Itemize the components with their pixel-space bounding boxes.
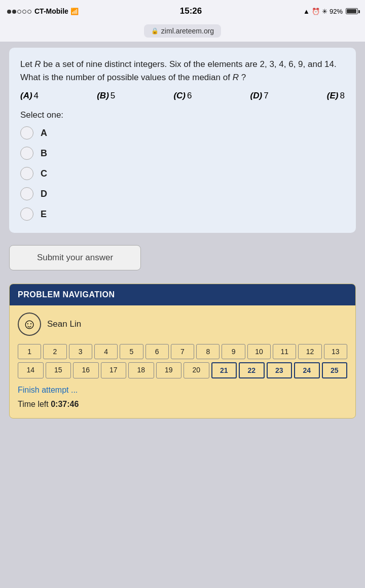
radio-e[interactable]: E <box>20 207 345 221</box>
nav-num-18[interactable]: 18 <box>128 362 154 378</box>
url-text: ziml.areteem.org <box>161 27 214 35</box>
status-right: ▲ ⏰ ✳ 92% <box>303 8 358 15</box>
bluetooth-icon: ✳ <box>322 8 327 15</box>
nav-num-3[interactable]: 3 <box>69 344 92 359</box>
username-label: Sean Lin <box>47 319 81 329</box>
nav-body: ☺ Sean Lin 1 2 3 4 5 6 7 8 9 10 11 12 13… <box>10 305 355 418</box>
lock-icon: 🔒 <box>151 27 159 34</box>
nav-num-24[interactable]: 24 <box>294 362 320 378</box>
radio-circle-c <box>20 167 33 180</box>
battery-percent: 92% <box>330 8 343 15</box>
nav-num-20[interactable]: 20 <box>184 362 209 378</box>
address-bar[interactable]: 🔒 ziml.areteem.org <box>144 24 221 38</box>
choice-d: (D) 7 <box>250 91 269 101</box>
main-content: Let R be a set of nine distinct integers… <box>0 42 365 425</box>
url-bar: 🔒 ziml.areteem.org <box>0 22 365 42</box>
nav-num-12[interactable]: 12 <box>298 344 321 359</box>
alarm-icon: ⏰ <box>312 8 320 15</box>
radio-circle-d <box>20 187 33 200</box>
nav-num-4[interactable]: 4 <box>94 344 118 359</box>
nav-header: PROBLEM NAVIGATION <box>10 284 355 305</box>
choice-c: (C) 6 <box>173 91 192 101</box>
carrier-label: CT-Mobile <box>34 7 68 15</box>
nav-num-25[interactable]: 25 <box>322 362 348 378</box>
question-box: Let R be a set of nine distinct integers… <box>9 48 356 233</box>
radio-a[interactable]: A <box>20 126 345 140</box>
nav-num-16[interactable]: 16 <box>73 362 99 378</box>
radio-c[interactable]: C <box>20 167 345 180</box>
radio-d[interactable]: D <box>20 187 345 200</box>
nav-num-22[interactable]: 22 <box>239 362 265 378</box>
choice-b: (B) 5 <box>97 91 115 101</box>
finish-attempt-link[interactable]: Finish attempt ... <box>18 386 347 395</box>
radio-circle-e <box>20 207 33 221</box>
location-icon: ▲ <box>303 8 310 15</box>
nav-num-9[interactable]: 9 <box>222 344 245 359</box>
nav-num-11[interactable]: 11 <box>273 344 296 359</box>
nav-grid-row1: 1 2 3 4 5 6 7 8 9 10 11 12 13 <box>18 344 347 359</box>
submit-button[interactable]: Submit your answer <box>9 245 141 270</box>
nav-num-1[interactable]: 1 <box>18 344 41 359</box>
nav-num-19[interactable]: 19 <box>156 362 182 378</box>
status-left: CT-Mobile 📶 <box>7 7 79 15</box>
nav-num-8[interactable]: 8 <box>196 344 220 359</box>
choice-e: (E) 8 <box>327 91 345 101</box>
problem-navigation: PROBLEM NAVIGATION ☺ Sean Lin 1 2 3 4 5 … <box>9 284 356 419</box>
time-display: 15:26 <box>180 6 202 16</box>
radio-b[interactable]: B <box>20 147 345 160</box>
nav-num-15[interactable]: 15 <box>46 362 71 378</box>
battery-icon <box>346 8 358 14</box>
nav-num-7[interactable]: 7 <box>171 344 194 359</box>
radio-circle-b <box>20 147 33 160</box>
wifi-icon: 📶 <box>70 8 79 15</box>
nav-num-10[interactable]: 10 <box>247 344 271 359</box>
choices-row: (A) 4 (B) 5 (C) 6 (D) 7 (E) 8 <box>20 91 345 101</box>
nav-num-17[interactable]: 17 <box>101 362 127 378</box>
radio-group: A B C D E <box>20 126 345 221</box>
question-text: Let R be a set of nine distinct integers… <box>20 58 345 84</box>
time-value: 0:37:46 <box>51 400 79 408</box>
choice-a: (A) 4 <box>20 91 39 101</box>
nav-num-14[interactable]: 14 <box>18 362 44 378</box>
radio-circle-a <box>20 126 33 140</box>
nav-num-13[interactable]: 13 <box>324 344 347 359</box>
user-avatar: ☺ <box>18 313 41 336</box>
select-label: Select one: <box>20 110 345 120</box>
nav-num-21[interactable]: 21 <box>211 362 237 378</box>
nav-num-5[interactable]: 5 <box>120 344 143 359</box>
nav-num-2[interactable]: 2 <box>43 344 66 359</box>
status-bar: CT-Mobile 📶 15:26 ▲ ⏰ ✳ 92% <box>0 0 365 22</box>
time-left: Time left 0:37:46 <box>18 400 347 409</box>
nav-user: ☺ Sean Lin <box>18 313 347 336</box>
nav-num-6[interactable]: 6 <box>145 344 169 359</box>
nav-num-23[interactable]: 23 <box>267 362 293 378</box>
signal-dots <box>7 7 32 15</box>
nav-grid-row2: 14 15 16 17 18 19 20 21 22 23 24 25 <box>18 362 347 378</box>
